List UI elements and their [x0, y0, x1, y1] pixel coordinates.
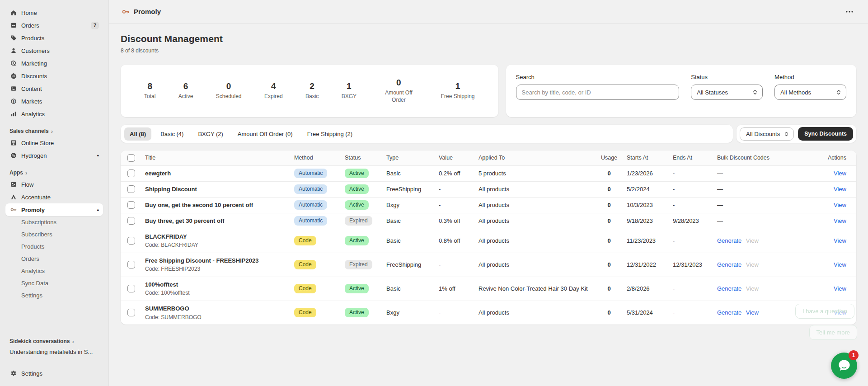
apps-section[interactable]: Apps › — [5, 167, 103, 178]
view-link[interactable]: View — [834, 186, 846, 193]
discount-value: - — [435, 181, 475, 197]
view-link[interactable]: View — [834, 170, 846, 177]
tab-basic[interactable]: Basic (4) — [155, 127, 189, 141]
applied-to: All products — [475, 197, 595, 213]
tab-free-shipping[interactable]: Free Shipping (2) — [302, 127, 358, 141]
sidebar-item-settings[interactable]: Settings — [5, 367, 103, 380]
sidebar-item-online-store[interactable]: Online Store — [5, 137, 103, 149]
table-row: 100%offtest Code: 100%offtest Code Activ… — [121, 277, 856, 301]
view-link[interactable]: View — [834, 217, 846, 224]
row-checkbox[interactable] — [127, 185, 135, 193]
sidebar-item-content[interactable]: Content — [5, 82, 103, 95]
generate-codes-link[interactable]: Generate — [717, 285, 741, 292]
chat-prompt-tell-me-more-button[interactable]: Tell me more — [809, 325, 857, 340]
sidebar-item-label: Discounts — [21, 73, 47, 80]
view-link[interactable]: View — [834, 237, 846, 244]
ends-at: - — [669, 277, 713, 301]
discount-code: Code: BLACKFRIDAY — [145, 242, 287, 248]
search-filter: Search — [516, 74, 680, 108]
sidebar-item-customers[interactable]: Customers — [5, 44, 103, 57]
table-row: Shipping Discount Automatic Active FreeS… — [121, 181, 856, 197]
generate-codes-link[interactable]: Generate — [717, 261, 741, 268]
starts-at: 11/23/2023 — [623, 229, 669, 253]
sidebar-item-products[interactable]: Products — [5, 32, 103, 44]
sidebar-subitem-subscribers[interactable]: Subscribers — [5, 228, 103, 240]
orders-icon — [9, 22, 17, 29]
view-codes-link[interactable]: View — [746, 309, 759, 316]
stat-free-shipping: 1Free Shipping — [441, 81, 475, 100]
view-link[interactable]: View — [834, 261, 846, 268]
table-row: eewgterh Automatic Active Basic 0.2% off… — [121, 165, 856, 181]
discount-value: 0.2% off — [435, 165, 475, 181]
sidebar-item-flow[interactable]: Flow — [5, 178, 103, 191]
sidebar-item-orders[interactable]: Orders 7 — [5, 19, 103, 32]
row-checkbox[interactable] — [127, 237, 135, 245]
select-all-checkbox[interactable] — [127, 154, 135, 162]
search-input[interactable] — [516, 85, 680, 100]
discount-value: - — [435, 197, 475, 213]
discount-value: 0.3% off — [435, 213, 475, 229]
generate-codes-link[interactable]: Generate — [717, 237, 741, 244]
row-checkbox[interactable] — [127, 169, 135, 177]
row-checkbox[interactable] — [127, 285, 135, 292]
chevron-updown-icon — [784, 131, 789, 137]
column-header-type: Type — [383, 151, 435, 165]
chat-launcher-button[interactable]: 1 — [831, 353, 857, 379]
column-header-title: Title — [141, 151, 291, 165]
sync-discounts-button[interactable]: Sync Discounts — [798, 127, 853, 141]
orders-count-badge: 7 — [91, 22, 99, 29]
column-header-method: Method — [291, 151, 341, 165]
row-checkbox[interactable] — [127, 309, 135, 316]
row-checkbox[interactable] — [127, 217, 135, 225]
main-area: Promoly Discount Management 8 of 8 disco… — [109, 0, 868, 386]
row-checkbox[interactable] — [127, 201, 135, 209]
discount-title: Shipping Discount — [145, 186, 287, 193]
table-header-row: Title Method Status Type Value Applied T… — [121, 151, 856, 165]
starts-at: 9/18/2023 — [623, 213, 669, 229]
view-link[interactable]: View — [834, 202, 846, 208]
sidebar-item-marketing[interactable]: Marketing — [5, 57, 103, 70]
status-select[interactable]: All Statuses — [691, 85, 763, 100]
chat-prompt-question-button[interactable]: I have a question — [795, 304, 854, 319]
ends-at: - — [669, 197, 713, 213]
method-select[interactable]: All Methods — [774, 85, 846, 100]
sidebar-subitem-sync-data[interactable]: Sync Data — [5, 277, 103, 289]
sidebar-item-hydrogen[interactable]: Hydrogen • — [5, 149, 103, 162]
sidebar-item-accentuate[interactable]: Accentuate — [5, 191, 103, 203]
discount-type: Bxgy — [383, 301, 435, 325]
sidebar-item-discounts[interactable]: Discounts — [5, 70, 103, 82]
page-title: Discount Management — [121, 33, 856, 44]
applied-to: All products — [475, 181, 595, 197]
sidebar-subitem-analytics[interactable]: Analytics — [5, 265, 103, 277]
usage-count: 0 — [595, 229, 623, 253]
status-badge: Active — [345, 169, 369, 178]
chevron-right-icon: › — [72, 338, 74, 345]
sidebar-item-promoly[interactable]: Promoly • — [5, 203, 103, 216]
tabs-card: All (8) Basic (4) BXGY (2) Amount Off Or… — [121, 125, 733, 143]
sidebar-subitem-subscriptions[interactable]: Subscriptions — [5, 216, 103, 228]
discount-scope-select[interactable]: All Discounts — [740, 127, 794, 141]
sidebar-item-markets[interactable]: $ Markets — [5, 95, 103, 108]
bulk-codes-cell: — — [713, 197, 814, 213]
row-checkbox[interactable] — [127, 261, 135, 268]
view-link[interactable]: View — [834, 285, 846, 292]
tab-bxgy[interactable]: BXGY (2) — [192, 127, 228, 141]
sidebar-subitem-orders[interactable]: Orders — [5, 253, 103, 265]
sidebar-subitem-products[interactable]: Products — [5, 240, 103, 253]
sidekick-conversation-item[interactable]: Understanding metafields in S... — [5, 347, 103, 357]
column-header-ends-at: Ends At — [669, 151, 713, 165]
tab-amount-off-order[interactable]: Amount Off Order (0) — [232, 127, 298, 141]
discount-type: FreeShipping — [383, 253, 435, 277]
hydrogen-icon — [9, 152, 17, 160]
promoly-key-icon — [122, 8, 130, 16]
sidebar-subitem-settings[interactable]: Settings — [5, 289, 103, 301]
generate-codes-link[interactable]: Generate — [717, 309, 741, 316]
table-row: BLACKFRIDAY Code: BLACKFRIDAY Code Activ… — [121, 229, 856, 253]
more-options-icon[interactable] — [844, 9, 855, 15]
sidebar-item-home[interactable]: Home — [5, 6, 103, 19]
tab-all[interactable]: All (8) — [124, 127, 151, 141]
method-badge: Code — [294, 308, 316, 317]
sidebar-item-analytics[interactable]: Analytics — [5, 108, 103, 120]
sales-channels-section[interactable]: Sales channels › — [5, 126, 103, 137]
sidekick-conversations-section[interactable]: Sidekick conversations › — [5, 336, 103, 347]
